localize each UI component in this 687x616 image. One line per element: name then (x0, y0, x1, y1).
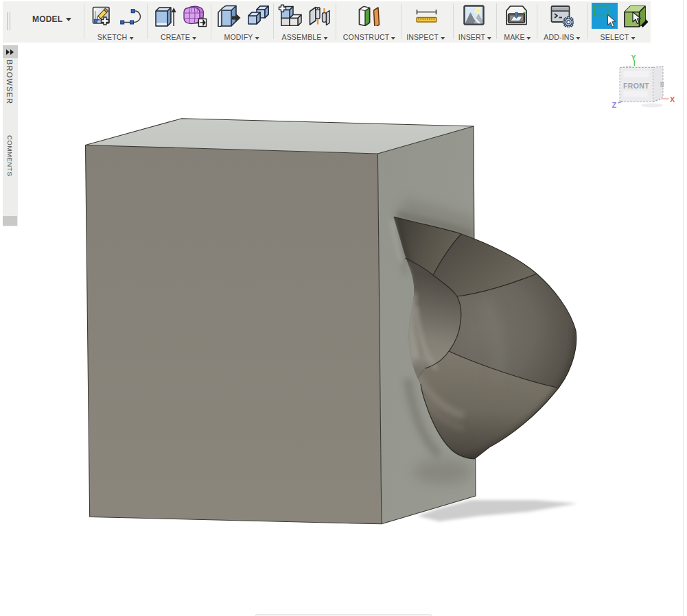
svg-text:X: X (670, 95, 675, 104)
svg-text:Y: Y (631, 54, 636, 62)
svg-text:RI: RI (659, 82, 666, 88)
svg-text:FRONT: FRONT (623, 82, 649, 90)
svg-text:Z: Z (612, 101, 617, 109)
